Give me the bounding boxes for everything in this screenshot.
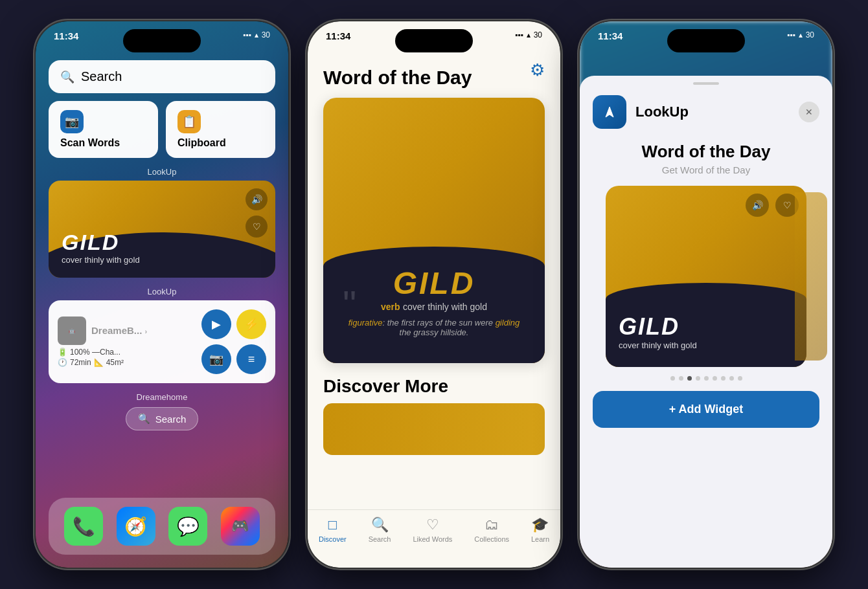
speaker-btn[interactable]: 🔊 [746,194,769,217]
bolt-button[interactable]: ⚡ [236,309,266,339]
signal-icon-3: ▪▪▪ [787,30,795,39]
heart-icon[interactable]: ♡ [246,216,268,238]
dot-7 [721,376,725,381]
phone-app-icon[interactable]: 📞 [64,507,103,546]
status-icons-3: ▪▪▪ ▴ 30 [787,30,814,39]
battery-icon: 30 [262,30,270,39]
status-bar-3: 11:34 ▪▪▪ ▴ 30 [580,21,832,57]
camera-button[interactable]: 📷 [201,344,231,374]
dreamehome-search-button[interactable]: 🔍 Search [126,407,199,430]
add-widget-label: + Add Widget [669,403,744,416]
status-icons-1: ▪▪▪ ▴ 30 [243,30,270,39]
gild-widget[interactable]: GILD cover thinly with gold 🔊 ♡ [49,181,275,278]
carousel-dots [580,367,832,391]
status-time-3: 11:34 [598,30,622,41]
discover-more-title: Discover More [308,363,560,403]
nav-learn[interactable]: 🎓 Learn [525,517,556,543]
p3-sheet-header: LookUp ✕ [580,85,832,135]
battery-stat: 🔋 100% —Cha... [58,348,194,357]
widget-picker-sheet: LookUp ✕ Word of the Day Get Word of the… [580,76,832,568]
phone-1: 11:34 ▪▪▪ ▴ 30 🔍 Search 📷 Scan Words 📋 [36,21,288,568]
status-time-1: 11:34 [54,30,78,41]
search-nav-icon: 🔍 [371,517,389,533]
settings-gear-icon[interactable]: ⚙ [530,60,545,80]
area-icon: 📐 [94,358,104,367]
dot-9 [738,376,742,381]
time-icon: 🕐 [58,358,67,367]
dreamehome-header: 🤖 DreameB... › [58,317,194,345]
p3-card-def: cover thinly with gold [619,340,697,350]
signal-icon-2: ▪▪▪ [515,30,523,39]
signal-icon: ▪▪▪ [243,30,251,39]
p3-card-buttons: 🔊 ♡ [746,194,799,217]
discover-more-bar [323,403,545,455]
wifi-icon-3: ▴ [799,30,803,39]
next-card-peek [795,192,827,361]
dot-5 [704,376,709,381]
nav-liked[interactable]: ♡ Liked Words [406,517,459,543]
liked-nav-label: Liked Words [413,535,452,543]
status-time-2: 11:34 [326,30,350,41]
clipboard-label: Clipboard [177,137,264,149]
list-button[interactable]: ≡ [236,344,266,374]
dreamehome-buttons: ▶ ⚡ 📷 ≡ [201,309,266,374]
p3-card-content: GILD cover thinly with gold [619,313,697,350]
dot-6 [713,376,717,381]
battery-icon-3: 30 [806,30,814,39]
nav-discover[interactable]: □ Discover [312,517,353,543]
scan-clipboard-row: 📷 Scan Words 📋 Clipboard [49,101,275,158]
gild-def: cover thinly with gold [62,255,140,265]
dynamic-island-2 [395,29,473,52]
wifi-icon-2: ▴ [527,30,531,39]
p2-card-def: cover thinly with gold [403,302,487,312]
p2-card-pos: verb [381,302,400,312]
p3-card-wrapper: GILD cover thinly with gold 🔊 ♡ [593,186,819,367]
nav-search[interactable]: 🔍 Search [362,517,398,543]
search-btn-label: Search [155,414,187,425]
dot-1 [670,376,675,381]
speaker-icon[interactable]: 🔊 [246,188,268,210]
app-dock: 📞 🧭 💬 🎮 [49,498,275,555]
collections-icon: 🗂 [485,517,499,533]
p2-gild-card[interactable]: GILD verb cover thinly with gold figurat… [323,98,545,363]
phone-3: 11:34 ▪▪▪ ▴ 30 LookUp ✕ Word of the Day … [580,21,832,568]
close-button[interactable]: ✕ [799,102,819,122]
nav-collections[interactable]: 🗂 Collections [468,517,516,543]
messages-icon[interactable]: 💬 [168,507,207,546]
dreamehome-info: 🤖 DreameB... › 🔋 100% —Cha... [58,317,194,367]
lookup-label-2: LookUp [49,287,275,296]
dreamehome-name: DreameB... › [91,325,147,336]
time-area-stat: 🕐 72min 📐 45m² [58,358,194,367]
search-text: Search [81,69,122,84]
scan-words-label: Scan Words [60,137,146,149]
wifi-icon: ▴ [255,30,258,39]
p3-gild-card[interactable]: GILD cover thinly with gold 🔊 ♡ [606,186,806,367]
grid-app-icon[interactable]: 🎮 [221,507,260,546]
discover-label: Discover [319,535,347,543]
dreamehome-stats: 🔋 100% —Cha... 🕐 72min 📐 45m² [58,348,194,367]
lookup-label-1: LookUp [49,167,275,177]
dreamehome-widget[interactable]: 🤖 DreameB... › 🔋 100% —Cha... [49,300,275,383]
play-button[interactable]: ▶ [201,309,231,339]
phone1-screen: 11:34 ▪▪▪ ▴ 30 🔍 Search 📷 Scan Words 📋 [36,21,288,568]
dot-8 [729,376,734,381]
search-nav-label: Search [369,535,391,543]
dot-4 [696,376,700,381]
gild-word: GILD cover thinly with gold [62,230,140,265]
p2-content: Word of the Day GILD verb cover thinly w… [308,60,560,568]
heart-nav-icon: ♡ [426,517,439,533]
search-widget[interactable]: 🔍 Search [49,60,275,93]
scan-words-button[interactable]: 📷 Scan Words [49,101,158,158]
clipboard-button[interactable]: 📋 Clipboard [166,101,275,158]
add-widget-button[interactable]: + Add Widget [593,391,819,428]
gild-btns: 🔊 ♡ [246,188,268,238]
clipboard-icon: 📋 [177,110,201,133]
phone2-screen: 11:34 ▪▪▪ ▴ 30 ⚙ Word of the Day GILD ve… [308,21,560,568]
phone-2: 11:34 ▪▪▪ ▴ 30 ⚙ Word of the Day GILD ve… [308,21,560,568]
p2-section-title: Word of the Day [308,60,560,98]
search-icon-small: 🔍 [138,413,150,425]
p3-wotd-sub: Get Word of the Day [580,164,832,175]
safari-icon[interactable]: 🧭 [117,507,155,546]
discover-icon: □ [328,517,337,533]
status-icons-2: ▪▪▪ ▴ 30 [515,30,542,39]
